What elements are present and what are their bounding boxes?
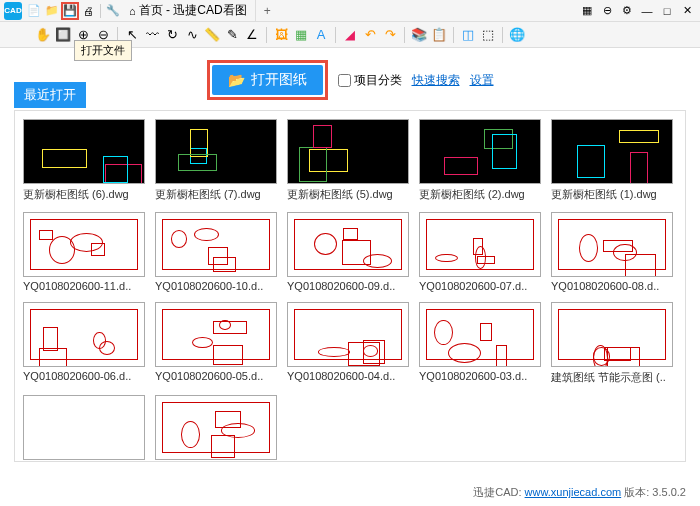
footer-brand: 迅捷CAD: <box>473 486 521 498</box>
maximize-button[interactable]: □ <box>658 3 676 19</box>
file-thumbnail[interactable] <box>23 395 145 460</box>
file-tile[interactable]: YQ0108020600-06.d.. <box>23 302 145 385</box>
save-icon[interactable]: 💾 <box>62 3 78 19</box>
file-tile[interactable]: 更新橱柜图纸 (1).dwg <box>551 119 673 202</box>
file-thumbnail[interactable] <box>551 212 673 277</box>
footer: 迅捷CAD: www.xunjiecad.com 版本: 3.5.0.2 <box>473 485 686 500</box>
file-tile[interactable]: CAD施工图图纸.dwg <box>23 395 145 462</box>
file-name: 更新橱柜图纸 (7).dwg <box>155 187 277 202</box>
file-name: YQ0108020600-05.d.. <box>155 370 277 382</box>
visual-style-icon[interactable]: ⬚ <box>479 26 497 44</box>
file-tile[interactable]: YQ0108020600-09.d.. <box>287 212 409 292</box>
file-name: YQ0108020600-09.d.. <box>287 280 409 292</box>
file-thumbnail[interactable] <box>155 302 277 367</box>
text-icon[interactable]: A <box>312 26 330 44</box>
pan-tool-icon[interactable]: ✋ <box>34 26 52 44</box>
file-thumbnail[interactable] <box>287 212 409 277</box>
recent-open-badge: 最近打开 <box>14 82 86 108</box>
project-category-checkbox[interactable]: 项目分类 <box>338 72 402 89</box>
folder-icon: 📂 <box>228 72 245 88</box>
file-tile[interactable]: YQ0108020600-05.d.. <box>155 302 277 385</box>
file-thumbnail[interactable] <box>23 119 145 184</box>
open-drawing-label: 打开图纸 <box>251 71 307 89</box>
title-bar: CAD 📄 📁 💾 🖨 🔧 ⌂ 首页 - 迅捷CAD看图 + ▦ ⊖ ⚙ — □… <box>0 0 700 22</box>
file-thumbnail[interactable] <box>155 212 277 277</box>
file-thumbnail[interactable] <box>419 119 541 184</box>
file-name: YQ0108020600-11.d.. <box>23 280 145 292</box>
angle-icon[interactable]: ∠ <box>243 26 261 44</box>
close-button[interactable]: ✕ <box>678 3 696 19</box>
app-icon: CAD <box>4 2 22 20</box>
file-name: YQ0108020600-08.d.. <box>551 280 673 292</box>
file-thumbnail[interactable] <box>419 302 541 367</box>
new-tab-button[interactable]: + <box>256 4 279 18</box>
settings-icon[interactable]: ⚙ <box>618 3 636 19</box>
settings-link[interactable]: 设置 <box>470 72 494 89</box>
file-name: YQ0108020600-10.d.. <box>155 280 277 292</box>
category-checkbox-input[interactable] <box>338 74 351 87</box>
file-tile[interactable]: 建筑图纸 节能示意图 (.. <box>551 302 673 385</box>
category-label: 项目分类 <box>354 72 402 89</box>
quick-search-link[interactable]: 快速搜索 <box>412 72 460 89</box>
file-name: YQ0108020600-03.d.. <box>419 370 541 382</box>
minimize-button[interactable]: — <box>638 3 656 19</box>
file-thumbnail[interactable] <box>551 119 673 184</box>
file-name: 更新橱柜图纸 (1).dwg <box>551 187 673 202</box>
file-thumbnail[interactable] <box>551 302 673 367</box>
file-tile[interactable]: YQ0108020600-11.d.. <box>23 212 145 292</box>
app-menu-icon[interactable]: ▦ <box>578 3 596 19</box>
file-name: YQ0108020600-07.d.. <box>419 280 541 292</box>
file-thumbnail[interactable] <box>155 119 277 184</box>
zoom-window-icon[interactable]: 🔲 <box>54 26 72 44</box>
open-drawing-highlight: 📂 打开图纸 <box>207 60 328 100</box>
image-icon[interactable]: 🖼 <box>272 26 290 44</box>
file-tile[interactable]: YQ0108020600-07.d.. <box>419 212 541 292</box>
tool-icon[interactable]: 🔧 <box>105 3 121 19</box>
file-tile[interactable]: 更新橱柜图纸 (6).dwg <box>23 119 145 202</box>
file-tile[interactable]: YQ0108020600-04.d.. <box>287 302 409 385</box>
file-thumbnail[interactable] <box>23 302 145 367</box>
file-tile[interactable]: YQ0108020600-08.d.. <box>551 212 673 292</box>
file-name: YQ0108020600-06.d.. <box>23 370 145 382</box>
measure-icon[interactable]: 📏 <box>203 26 221 44</box>
zoom-icon[interactable]: ⊖ <box>598 3 616 19</box>
file-name: 更新橱柜图纸 (2).dwg <box>419 187 541 202</box>
file-tile[interactable]: 实体6.dwg <box>155 395 277 462</box>
edit-icon[interactable]: ✎ <box>223 26 241 44</box>
file-thumbnail[interactable] <box>287 302 409 367</box>
file-tile[interactable]: YQ0108020600-10.d.. <box>155 212 277 292</box>
rotate-icon[interactable]: ↻ <box>163 26 181 44</box>
file-name: 更新橱柜图纸 (5).dwg <box>287 187 409 202</box>
layer-icon[interactable]: ▦ <box>292 26 310 44</box>
open-drawing-button[interactable]: 📂 打开图纸 <box>212 65 323 95</box>
print-icon[interactable]: 🖨 <box>80 3 96 19</box>
file-thumbnail[interactable] <box>155 395 277 460</box>
file-tile[interactable]: 更新橱柜图纸 (5).dwg <box>287 119 409 202</box>
eraser-icon[interactable]: ◢ <box>341 26 359 44</box>
globe-icon[interactable]: 🌐 <box>508 26 526 44</box>
freehand-icon[interactable]: 〰 <box>143 26 161 44</box>
home-icon: ⌂ <box>129 5 136 17</box>
redo-icon[interactable]: ↷ <box>381 26 399 44</box>
new-file-icon[interactable]: 📄 <box>26 3 42 19</box>
layers-icon[interactable]: 📚 <box>410 26 428 44</box>
file-tile[interactable]: 更新橱柜图纸 (7).dwg <box>155 119 277 202</box>
file-thumbnail[interactable] <box>419 212 541 277</box>
file-name: YQ0108020600-04.d.. <box>287 370 409 382</box>
file-tile[interactable]: YQ0108020600-03.d.. <box>419 302 541 385</box>
open-file-icon[interactable]: 📁 <box>44 3 60 19</box>
file-tile[interactable]: 更新橱柜图纸 (2).dwg <box>419 119 541 202</box>
cube-icon[interactable]: ◫ <box>459 26 477 44</box>
footer-link[interactable]: www.xunjiecad.com <box>525 486 622 498</box>
file-name: 建筑图纸 节能示意图 (.. <box>551 370 673 385</box>
open-file-tooltip: 打开文件 <box>74 40 132 61</box>
home-tab[interactable]: ⌂ 首页 - 迅捷CAD看图 <box>121 0 256 21</box>
recent-files-panel: 更新橱柜图纸 (6).dwg更新橱柜图纸 (7).dwg更新橱柜图纸 (5).d… <box>14 110 686 462</box>
file-thumbnail[interactable] <box>287 119 409 184</box>
curve-icon[interactable]: ∿ <box>183 26 201 44</box>
file-thumbnail[interactable] <box>23 212 145 277</box>
undo-icon[interactable]: ↶ <box>361 26 379 44</box>
file-name: 更新橱柜图纸 (6).dwg <box>23 187 145 202</box>
file-grid: 更新橱柜图纸 (6).dwg更新橱柜图纸 (7).dwg更新橱柜图纸 (5).d… <box>23 119 677 462</box>
properties-icon[interactable]: 📋 <box>430 26 448 44</box>
